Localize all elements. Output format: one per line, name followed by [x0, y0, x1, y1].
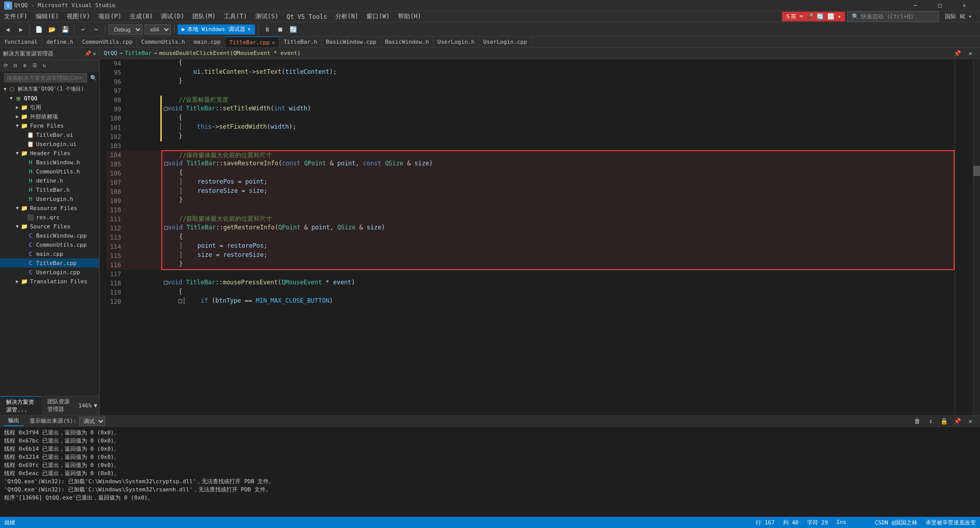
toolbar-back[interactable]: ◀: [2, 24, 13, 35]
se-tab-team[interactable]: 团队资源管理器: [41, 396, 76, 415]
menu-file[interactable]: 文件(F): [0, 11, 32, 22]
menu-debug[interactable]: 调试(D): [157, 11, 188, 22]
folder-icon: 📁: [20, 103, 28, 111]
se-tab-solution[interactable]: 解决方案资源管...: [0, 396, 41, 415]
table-row: 117: [107, 270, 954, 279]
tree-titlebar-ui[interactable]: 📋 TitleBar.ui: [0, 130, 99, 139]
menu-test[interactable]: 测试(S): [251, 11, 283, 22]
vertical-scrollbar[interactable]: [973, 59, 980, 415]
se-sync-btn[interactable]: ⟳: [1, 61, 10, 70]
output-source-select[interactable]: 调试: [79, 417, 105, 426]
tree-project[interactable]: ▼ ▤ QTQQ: [0, 94, 99, 103]
menu-edit[interactable]: 编辑(E): [32, 11, 63, 22]
tree-userlogin-h[interactable]: H UserLogin.h: [0, 194, 99, 203]
menu-project[interactable]: 项目(P): [94, 11, 126, 22]
output-lock-btn[interactable]: 🔒: [938, 416, 949, 427]
toolbar-btn2[interactable]: ⏹: [275, 24, 286, 35]
minimize-button[interactable]: ─: [904, 0, 927, 11]
editor-close[interactable]: ✕: [965, 48, 976, 59]
minimap[interactable]: [955, 59, 980, 415]
tree-res-qrc[interactable]: ⬛ res.qrc: [0, 213, 99, 222]
quick-launch[interactable]: 🔍 快速启动 (Ctrl+Q): [847, 11, 939, 22]
tree-ref[interactable]: ▶ 📁 引用: [0, 103, 99, 112]
tree-arrow-res: ▼: [14, 206, 20, 211]
close-button[interactable]: ✕: [953, 0, 976, 11]
code-scroll[interactable]: 94 { 95 ui.titleContent->setText(titleCo…: [107, 59, 955, 415]
tree-source-files[interactable]: ▼ 📁 Source Files: [0, 222, 99, 231]
menu-window[interactable]: 窗口(W): [362, 11, 394, 22]
toolbar-redo[interactable]: ↪: [91, 24, 102, 35]
line-number: 115: [107, 251, 125, 260]
line-number: 114: [107, 242, 125, 251]
toolbar-open[interactable]: 📂: [46, 24, 57, 35]
line-number: 113: [107, 233, 125, 242]
config-dropdown[interactable]: Debug: [108, 24, 142, 35]
toolbar-btn3[interactable]: 🔄: [288, 24, 299, 35]
menu-analyze[interactable]: 分析(N): [331, 11, 363, 22]
tree-userlogin-cpp[interactable]: C UserLogin.cpp: [0, 268, 99, 277]
menu-help[interactable]: 帮助(H): [394, 11, 425, 22]
tab-main-cpp[interactable]: main.cpp: [190, 37, 225, 48]
tab-label: CommonUtils.cpp: [82, 39, 132, 45]
toolbar-forward[interactable]: ▶: [15, 24, 26, 35]
tab-close-icon[interactable]: ✕: [272, 40, 275, 45]
menu-qtvs[interactable]: Qt VS Tools: [282, 12, 331, 21]
tab-basicwindow-h[interactable]: BasicWindow.h: [381, 37, 434, 48]
menu-tools[interactable]: 工具(T): [220, 11, 251, 22]
tree-basicwindow-h[interactable]: H BasicWindow.h: [0, 158, 99, 167]
tree-commonutils-h[interactable]: H CommonUtils.h: [0, 167, 99, 176]
se-refresh-btn[interactable]: ↻: [40, 61, 49, 70]
tab-userlogin-h[interactable]: UserLogin.h: [434, 37, 479, 48]
tree-userlogin-ui[interactable]: 📋 UserLogin.ui: [0, 139, 99, 149]
toolbar-new[interactable]: 📄: [33, 24, 44, 35]
tab-commonutils-cpp[interactable]: CommonUtils.cpp: [78, 37, 137, 48]
tab-titlebar-h[interactable]: TitleBar.h: [279, 37, 322, 48]
menu-build[interactable]: 生成(B): [126, 11, 157, 22]
tree-basicwindow-cpp[interactable]: C BasicWindow.cpp: [0, 231, 99, 240]
toolbar-undo[interactable]: ↩: [77, 24, 89, 35]
output-filter-label: 显示输出来源(S):: [30, 417, 77, 425]
output-close-btn[interactable]: ✕: [965, 416, 976, 427]
tab-basicwindow-cpp[interactable]: BasicWindow.cpp: [322, 37, 381, 48]
tree-titlebar-h[interactable]: H TitleBar.h: [0, 185, 99, 194]
tab-commonutils-h[interactable]: CommonUtils.h: [137, 37, 190, 48]
editor-pin[interactable]: 📌: [952, 48, 963, 59]
se-collapse-btn[interactable]: ⊟: [11, 61, 20, 70]
se-close-icon[interactable]: ✕: [93, 50, 96, 57]
tree-resource-files[interactable]: ▼ 📁 Resource Files: [0, 203, 99, 213]
platform-dropdown[interactable]: x64: [145, 24, 171, 35]
se-filter-btn[interactable]: ☰: [30, 61, 39, 70]
tree-solution-root[interactable]: ▼ ⬡ 解决方案'QtQQ'(1 个项目): [0, 84, 99, 94]
se-search-input[interactable]: [4, 73, 87, 82]
output-wrap-btn[interactable]: ↕: [925, 416, 936, 427]
output-clear-btn[interactable]: 🗑: [912, 416, 923, 427]
tree-commonutils-cpp[interactable]: C CommonUtils.cpp: [0, 240, 99, 249]
tree-ext-deps[interactable]: ▶ 📁 外部依赖项: [0, 112, 99, 121]
scrollbar-thumb[interactable]: [973, 166, 980, 176]
se-props-btn[interactable]: ⚙: [20, 61, 30, 70]
code-cell: □void TitleBar::saveRestoreInfo(const QP…: [162, 160, 954, 169]
tree-header-files[interactable]: ▼ 📁 Header Files: [0, 149, 99, 158]
tree-translation-files[interactable]: ▶ 📁 Translation Files: [0, 277, 99, 286]
toolbar-btn1[interactable]: ⏸: [262, 24, 273, 35]
tab-functional[interactable]: functional: [0, 37, 42, 48]
output-pin-btn[interactable]: 📌: [952, 416, 963, 427]
run-button[interactable]: ▶ 本地 Windows 调试器 ▾: [178, 24, 255, 35]
output-tab[interactable]: 输出: [4, 416, 23, 426]
tab-titlebar-cpp[interactable]: TitleBar.cpp ✕: [225, 37, 280, 48]
toolbar-save[interactable]: 💾: [60, 24, 71, 35]
table-row: 114 ┆ point = restorePos;: [107, 242, 954, 251]
menu-view[interactable]: 视图(V): [63, 11, 94, 22]
tab-userlogin-cpp[interactable]: UserLogin.cpp: [479, 37, 532, 48]
output-content[interactable]: 线程 0x3f94 已退出，返回值为 0 (0x0)。 线程 0x67bc 已退…: [0, 427, 980, 517]
tree-titlebar-cpp[interactable]: C TitleBar.cpp: [0, 258, 99, 268]
tree-define-h[interactable]: H define.h: [0, 176, 99, 185]
maximize-button[interactable]: □: [928, 0, 952, 11]
menu-team[interactable]: 团队(M): [188, 11, 220, 22]
tab-define-h[interactable]: define.h: [42, 37, 78, 48]
table-row: 108 ┆ restoreSize = size;: [107, 187, 954, 196]
tree-form-files[interactable]: ▼ 📁 Form Files: [0, 121, 99, 130]
tree-main-cpp[interactable]: C main.cpp: [0, 249, 99, 258]
table-row: 97: [107, 86, 954, 96]
se-pin-icon[interactable]: 📌: [84, 50, 92, 57]
